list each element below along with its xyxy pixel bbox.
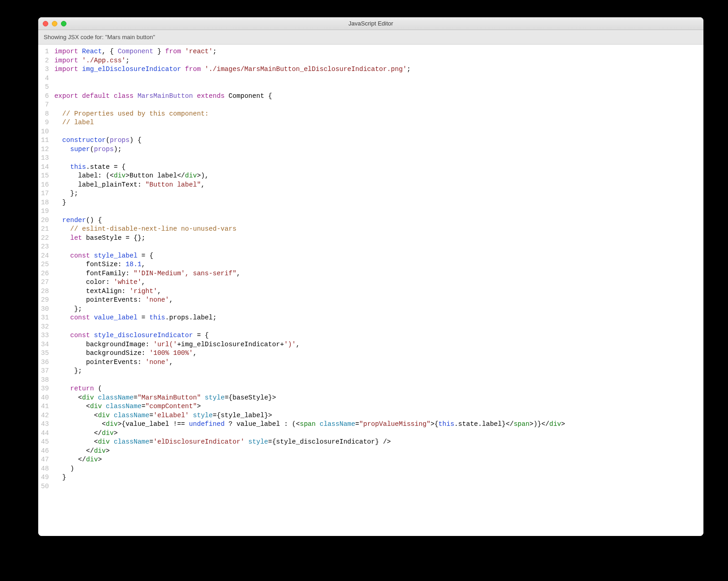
code-line[interactable]: constructor(props) { (54, 136, 565, 145)
line-number: 2 (41, 56, 49, 66)
code-line[interactable]: import React, { Component } from 'react'… (54, 47, 565, 56)
zoom-icon[interactable] (61, 21, 66, 26)
line-number: 34 (41, 340, 49, 349)
code-line[interactable] (54, 101, 565, 110)
code-line[interactable]: let baseStyle = {}; (54, 234, 565, 243)
line-number: 19 (41, 207, 49, 216)
line-number: 22 (41, 234, 49, 243)
titlebar[interactable]: JavaScript Editor (38, 17, 703, 30)
line-number: 41 (41, 402, 49, 411)
code-line[interactable]: label_plainText: "Button label", (54, 181, 565, 190)
code-line[interactable] (54, 323, 565, 332)
line-number: 30 (41, 305, 49, 314)
code-line[interactable]: pointerEvents: 'none', (54, 358, 565, 367)
line-number: 39 (41, 384, 49, 394)
code-line[interactable]: }; (54, 367, 565, 376)
code-line[interactable] (54, 376, 565, 385)
code-line[interactable]: import './App.css'; (54, 56, 565, 66)
code-line[interactable]: } (54, 198, 565, 207)
traffic-lights (43, 21, 66, 26)
code-line[interactable] (54, 83, 565, 92)
line-number: 45 (41, 438, 49, 447)
line-number: 35 (41, 349, 49, 358)
code-line[interactable]: </div> (54, 455, 565, 465)
line-number: 36 (41, 358, 49, 367)
line-number: 1 (41, 47, 49, 56)
line-number: 33 (41, 331, 49, 340)
code-line[interactable]: <div className='elLabel' style={style_la… (54, 411, 565, 420)
line-number: 47 (41, 455, 49, 465)
code-line[interactable]: fontSize: 18.1, (54, 260, 565, 269)
code-editor[interactable]: 1234567891011121314151617181920212223242… (38, 45, 703, 536)
line-number: 3 (41, 65, 49, 74)
line-number: 38 (41, 376, 49, 385)
code-line[interactable]: render() { (54, 216, 565, 225)
code-line[interactable]: }; (54, 305, 565, 314)
line-number: 46 (41, 447, 49, 456)
code-line[interactable]: const value_label = this.props.label; (54, 313, 565, 323)
line-number: 21 (41, 225, 49, 234)
code-line[interactable]: }; (54, 189, 565, 198)
line-number: 49 (41, 473, 49, 482)
code-line[interactable]: backgroundImage: 'url('+img_elDisclosure… (54, 340, 565, 349)
code-line[interactable] (54, 482, 565, 491)
code-line[interactable]: <div>{value_label !== undefined ? value_… (54, 420, 565, 429)
minimize-icon[interactable] (52, 21, 57, 26)
line-number: 20 (41, 216, 49, 225)
code-line[interactable] (54, 243, 565, 252)
line-number: 37 (41, 367, 49, 376)
line-number: 25 (41, 260, 49, 269)
close-icon[interactable] (43, 21, 48, 26)
line-number: 18 (41, 198, 49, 207)
line-number: 43 (41, 420, 49, 429)
code-line[interactable]: const style_label = { (54, 252, 565, 261)
code-line[interactable]: </div> (54, 429, 565, 438)
line-number: 24 (41, 252, 49, 261)
code-line[interactable] (54, 207, 565, 216)
code-line[interactable]: const style_disclosureIndicator = { (54, 331, 565, 340)
code-line[interactable]: // label (54, 118, 565, 127)
code-line[interactable]: export default class MarsMainButton exte… (54, 92, 565, 101)
line-number: 26 (41, 269, 49, 278)
line-number: 31 (41, 313, 49, 323)
line-number: 42 (41, 411, 49, 420)
code-line[interactable]: import img_elDisclosureIndicator from '.… (54, 65, 565, 74)
code-line[interactable]: </div> (54, 447, 565, 456)
code-line[interactable]: return ( (54, 384, 565, 394)
line-number: 14 (41, 163, 49, 172)
code-line[interactable]: label: (<div>Button label</div>), (54, 172, 565, 181)
line-gutter: 1234567891011121314151617181920212223242… (38, 45, 52, 536)
code-line[interactable]: <div className="compContent"> (54, 402, 565, 411)
code-line[interactable]: color: 'white', (54, 278, 565, 287)
line-number: 17 (41, 189, 49, 198)
code-line[interactable]: // Properties used by this component: (54, 110, 565, 119)
subheader: Showing JSX code for: "Mars main button" (38, 30, 703, 45)
code-line[interactable]: this.state = { (54, 163, 565, 172)
code-line[interactable]: pointerEvents: 'none', (54, 296, 565, 305)
line-number: 40 (41, 394, 49, 403)
code-line[interactable] (54, 127, 565, 136)
code-line[interactable] (54, 74, 565, 83)
line-number: 5 (41, 83, 49, 92)
line-number: 44 (41, 429, 49, 438)
code-line[interactable]: } (54, 473, 565, 482)
line-number: 13 (41, 154, 49, 163)
line-number: 8 (41, 110, 49, 119)
code-line[interactable]: textAlign: 'right', (54, 287, 565, 296)
code-line[interactable]: <div className='elDisclosureIndicator' s… (54, 438, 565, 447)
line-number: 6 (41, 92, 49, 101)
code-content[interactable]: import React, { Component } from 'react'… (52, 45, 570, 536)
code-line[interactable]: // eslint-disable-next-line no-unused-va… (54, 225, 565, 234)
code-line[interactable]: fontFamily: "'DIN-Medium', sans-serif", (54, 269, 565, 278)
line-number: 15 (41, 172, 49, 181)
line-number: 32 (41, 323, 49, 332)
line-number: 23 (41, 243, 49, 252)
code-line[interactable]: super(props); (54, 145, 565, 154)
code-line[interactable]: ) (54, 465, 565, 474)
line-number: 28 (41, 287, 49, 296)
line-number: 48 (41, 465, 49, 474)
code-line[interactable] (54, 154, 565, 163)
code-line[interactable]: backgroundSize: '100% 100%', (54, 349, 565, 358)
line-number: 7 (41, 101, 49, 110)
code-line[interactable]: <div className="MarsMainButton" style={b… (54, 394, 565, 403)
